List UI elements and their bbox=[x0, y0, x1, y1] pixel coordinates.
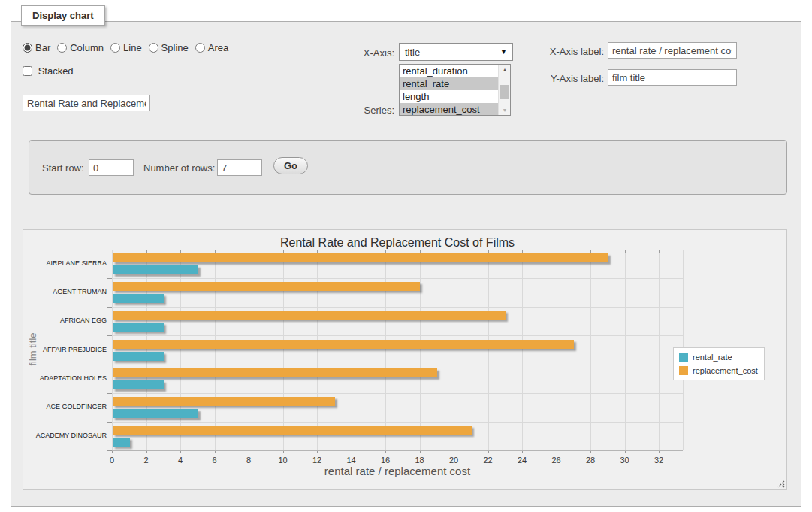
y-axis-label-caption: Y-Axis label: bbox=[533, 73, 604, 84]
legend-item-replacement-cost[interactable]: replacement_cost bbox=[679, 366, 758, 375]
row-range-panel: Start row: Number of rows: Go bbox=[29, 140, 787, 195]
x-tick-label: 6 bbox=[204, 456, 226, 465]
x-axis-select[interactable]: title ▼ bbox=[399, 43, 513, 61]
grid-line-y bbox=[112, 422, 683, 423]
fieldset-legend: Display chart bbox=[21, 5, 105, 26]
series-listbox-label: Series: bbox=[349, 105, 394, 116]
grid-line-x bbox=[522, 250, 523, 450]
chart-type-radio-spline[interactable]: Spline bbox=[149, 42, 189, 53]
radio-label: Line bbox=[123, 42, 142, 53]
grid-line-x bbox=[557, 250, 557, 450]
radio-label: Column bbox=[70, 42, 104, 53]
x-axis-label-input[interactable] bbox=[608, 42, 737, 59]
chart-type-radio-bar[interactable]: Bar bbox=[23, 42, 50, 53]
radio-input-bar[interactable] bbox=[23, 43, 32, 53]
series-option-rental_rate[interactable]: rental_rate bbox=[400, 77, 510, 90]
chart-title-input[interactable] bbox=[23, 95, 150, 111]
category-label: AFRICAN EGG bbox=[24, 317, 107, 324]
x-tick-label: 30 bbox=[614, 456, 636, 465]
stacked-label: Stacked bbox=[38, 65, 74, 77]
scrollbar-thumb[interactable] bbox=[500, 85, 509, 99]
radio-input-area[interactable] bbox=[195, 43, 205, 53]
chart-type-radios: BarColumnLineSplineArea bbox=[23, 42, 235, 53]
series-option-length[interactable]: length bbox=[400, 90, 510, 103]
number-of-rows-label: Number of rows: bbox=[143, 162, 215, 174]
grid-line-x bbox=[488, 250, 489, 450]
bar-rental_rate bbox=[113, 323, 164, 332]
grid-line-x bbox=[352, 250, 352, 450]
chart-type-radio-line[interactable]: Line bbox=[110, 42, 142, 53]
radio-input-column[interactable] bbox=[57, 43, 67, 53]
chart-type-radio-area[interactable]: Area bbox=[195, 42, 228, 53]
legend-label-replacement-cost: replacement_cost bbox=[693, 366, 758, 375]
grid-line-y bbox=[112, 393, 683, 394]
series-listbox-scrollbar[interactable]: ▲ ▼ bbox=[498, 65, 510, 115]
grid-line-y bbox=[112, 335, 683, 336]
x-tick-label: 0 bbox=[101, 456, 123, 465]
y-axis-tick bbox=[107, 422, 112, 423]
series-listbox[interactable]: rental_durationrental_ratelengthreplacem… bbox=[399, 64, 511, 116]
radio-label: Bar bbox=[35, 42, 50, 53]
x-tick-label: 4 bbox=[169, 456, 192, 465]
radio-label: Spline bbox=[161, 42, 189, 53]
grid-line-y bbox=[112, 278, 683, 279]
y-axis-tick bbox=[107, 335, 112, 336]
start-row-label: Start row: bbox=[42, 162, 84, 174]
grid-line-x bbox=[625, 250, 626, 450]
grid-line-x bbox=[180, 250, 181, 450]
scroll-down-icon[interactable]: ▼ bbox=[499, 105, 511, 115]
plot-area: film title 02468101214161820222426283032… bbox=[112, 250, 683, 450]
radio-input-line[interactable] bbox=[110, 43, 120, 53]
plot-left-border bbox=[112, 250, 113, 450]
grid-line-x bbox=[215, 250, 216, 450]
x-tick-label: 20 bbox=[442, 456, 465, 465]
stacked-checkbox[interactable]: Stacked bbox=[23, 65, 74, 77]
legend-swatch-replacement-cost bbox=[679, 366, 688, 375]
bar-replacement_cost bbox=[113, 253, 608, 262]
start-row-input[interactable] bbox=[89, 159, 134, 176]
x-tick-label: 32 bbox=[647, 456, 670, 465]
category-label: AIRPLANE SIERRA bbox=[24, 259, 107, 267]
go-button[interactable]: Go bbox=[273, 157, 308, 174]
radio-input-spline[interactable] bbox=[149, 43, 158, 53]
chart-type-radio-column[interactable]: Column bbox=[57, 42, 104, 53]
y-axis-label-input[interactable] bbox=[608, 69, 737, 86]
chart-legend: rental_rate replacement_cost bbox=[673, 347, 765, 380]
legend-label-rental-rate: rental_rate bbox=[693, 353, 732, 362]
number-of-rows-input[interactable] bbox=[217, 159, 262, 176]
chevron-down-icon: ▼ bbox=[500, 48, 507, 56]
y-axis-tick bbox=[107, 365, 112, 365]
x-axis-select-label: X-Axis: bbox=[349, 47, 394, 59]
category-label: ACADEMY DINOSAUR bbox=[24, 432, 107, 439]
grid-line-x bbox=[317, 250, 318, 450]
category-label: ADAPTATION HOLES bbox=[24, 374, 107, 382]
grid-line-x bbox=[283, 250, 284, 450]
stacked-checkbox-input[interactable] bbox=[23, 66, 32, 76]
series-option-replacement_cost[interactable]: replacement_cost bbox=[400, 103, 510, 116]
bar-rental_rate bbox=[113, 265, 198, 274]
grid-line-x bbox=[146, 250, 147, 450]
x-tick-label: 2 bbox=[135, 456, 158, 465]
grid-line-x bbox=[659, 250, 660, 450]
x-tick-label: 28 bbox=[579, 456, 602, 465]
grid-line-x bbox=[420, 250, 421, 450]
bar-rental_rate bbox=[113, 380, 164, 389]
bar-replacement_cost bbox=[113, 397, 335, 406]
x-tick-label: 10 bbox=[272, 456, 294, 465]
chart-title: Rental Rate and Replacement Cost of Film… bbox=[23, 236, 771, 250]
resize-handle-icon[interactable] bbox=[777, 480, 785, 488]
series-option-rental_duration[interactable]: rental_duration bbox=[400, 65, 510, 77]
y-axis-tick bbox=[107, 307, 112, 308]
display-chart-page: Display chart BarColumnLineSplineArea St… bbox=[0, 0, 812, 512]
x-axis-line bbox=[112, 450, 683, 451]
legend-item-rental-rate[interactable]: rental_rate bbox=[679, 353, 758, 362]
grid-line-x bbox=[249, 250, 249, 450]
bar-replacement_cost bbox=[113, 426, 472, 435]
scroll-up-icon[interactable]: ▲ bbox=[499, 65, 511, 74]
x-tick-label: 26 bbox=[545, 456, 568, 465]
bar-rental_rate bbox=[113, 352, 164, 361]
y-axis-tick bbox=[107, 393, 112, 394]
bar-replacement_cost bbox=[113, 340, 574, 349]
x-axis-title: rental rate / replacement cost bbox=[112, 465, 683, 477]
x-tick-label: 14 bbox=[340, 456, 363, 465]
